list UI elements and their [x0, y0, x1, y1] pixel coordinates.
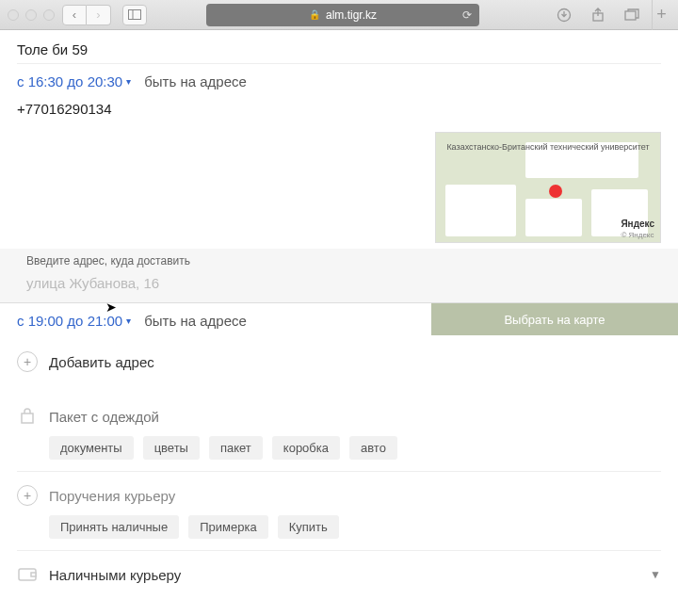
sidebar-toggle[interactable]	[122, 5, 147, 25]
delivery-time-row: с 19:00 до 21:00 ▾ быть на адресе Выбрат…	[17, 303, 661, 338]
select-on-map-button[interactable]: Выбрать на карте	[431, 303, 678, 335]
add-address-button[interactable]: +	[17, 351, 38, 372]
svg-rect-4	[625, 11, 636, 20]
delivery-address-input[interactable]	[26, 271, 652, 295]
delivery-time-note: быть на адресе	[144, 313, 247, 329]
add-address-section: + Добавить адрес	[17, 338, 661, 380]
map-poi-label: Казахстанско-Британский технический унив…	[436, 142, 660, 152]
package-section: документы цветы пакет коробка авто	[17, 380, 661, 472]
map-attribution: Яндекс © Яндекс	[621, 219, 654, 239]
minimize-window[interactable]	[25, 9, 37, 21]
new-tab-button[interactable]: +	[652, 0, 670, 30]
lock-icon: 🔒	[309, 9, 320, 20]
delivery-address-label: Введите адрес, куда доставить	[0, 249, 678, 269]
nav-back-forward: ‹ ›	[62, 5, 111, 25]
payment-row[interactable]: Наличными курьеру ▼	[17, 551, 661, 598]
wallet-icon	[17, 564, 38, 585]
forward-button[interactable]: ›	[87, 5, 111, 25]
window-controls	[8, 9, 55, 21]
url-text: alm.tigr.kz	[326, 8, 377, 22]
delivery-time-select[interactable]: с 19:00 до 21:00 ▾	[17, 313, 131, 329]
chevron-down-icon: ▼	[650, 568, 661, 581]
address-bar[interactable]: 🔒 alm.tigr.kz ⟳	[206, 4, 479, 26]
zoom-window[interactable]	[43, 9, 55, 21]
contact-phone[interactable]: +77016290134	[17, 95, 661, 126]
chip-auto[interactable]: авто	[349, 436, 397, 460]
pickup-time-select[interactable]: с 16:30 до 20:30 ▾	[17, 73, 131, 89]
reload-icon[interactable]: ⟳	[462, 8, 472, 22]
chip-bag[interactable]: пакет	[209, 436, 263, 460]
payment-label: Наличными курьеру	[49, 567, 638, 583]
chevron-down-icon: ▾	[126, 76, 131, 87]
browser-titlebar: ‹ › 🔒 alm.tigr.kz ⟳ +	[0, 0, 678, 30]
close-window[interactable]	[8, 9, 19, 21]
add-task-button[interactable]: +	[17, 485, 38, 506]
toolbar-right	[552, 5, 644, 25]
package-chips: документы цветы пакет коробка авто	[17, 427, 661, 463]
bag-icon	[17, 406, 38, 427]
package-input[interactable]	[49, 409, 661, 425]
share-icon[interactable]	[586, 5, 610, 25]
delivery-address-row	[0, 269, 678, 303]
back-button[interactable]: ‹	[62, 5, 87, 25]
map-pin-icon	[549, 185, 562, 198]
downloads-icon[interactable]	[552, 5, 576, 25]
chip-box[interactable]: коробка	[272, 436, 340, 460]
page-content: Толе би 59 с 16:30 до 20:30 ▾ быть на ад…	[0, 30, 678, 616]
chip-fitting[interactable]: Примерка	[188, 515, 267, 539]
chevron-down-icon: ▾	[126, 316, 131, 326]
tasks-title: Поручения курьеру	[49, 488, 175, 504]
pickup-time-row: с 16:30 до 20:30 ▾ быть на адресе	[17, 64, 661, 95]
chip-flowers[interactable]: цветы	[143, 436, 200, 460]
chip-documents[interactable]: документы	[49, 436, 134, 460]
chip-buy[interactable]: Купить	[278, 515, 339, 539]
svg-rect-6	[19, 569, 36, 580]
svg-rect-5	[22, 413, 33, 423]
pickup-time-text: с 16:30 до 20:30	[17, 73, 122, 89]
tasks-section: + Поручения курьеру Принять наличные При…	[17, 472, 661, 551]
add-address-label: Добавить адрес	[49, 354, 154, 370]
delivery-time-text: с 19:00 до 21:00	[17, 313, 122, 329]
chip-cash[interactable]: Принять наличные	[49, 515, 179, 539]
svg-rect-0	[129, 10, 141, 20]
pickup-time-note: быть на адресе	[144, 73, 247, 89]
tabs-icon[interactable]	[620, 5, 644, 25]
pickup-address[interactable]: Толе би 59	[17, 30, 661, 64]
map-preview[interactable]: Казахстанско-Британский технический унив…	[435, 132, 661, 243]
task-chips: Принять наличные Примерка Купить	[17, 506, 661, 543]
